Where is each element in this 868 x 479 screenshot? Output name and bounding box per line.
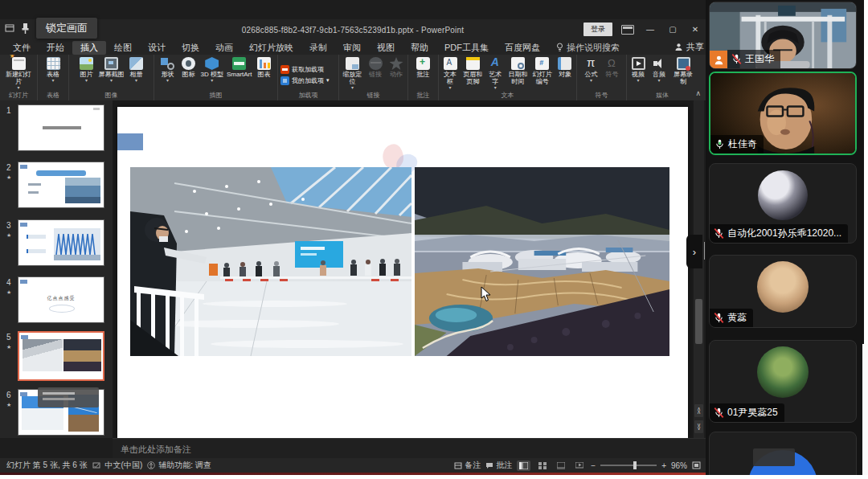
- header-footer-button[interactable]: 页眉和页脚: [461, 56, 485, 87]
- lock-screen-button[interactable]: 锁定画面: [36, 18, 97, 39]
- ice-rink-photo[interactable]: [130, 167, 411, 356]
- get-addins-button[interactable]: 获取加载项: [280, 65, 324, 74]
- tab-transitions[interactable]: 切换: [174, 41, 207, 55]
- ribbon-display-options-button[interactable]: [620, 24, 635, 35]
- slide-thumbnail-4[interactable]: 亿点点感受: [18, 276, 104, 323]
- next-slide-button[interactable]: ∨∨: [694, 420, 703, 433]
- tab-record[interactable]: 录制: [301, 41, 335, 55]
- tab-design[interactable]: 设计: [140, 41, 174, 55]
- slide-thumbnail-3[interactable]: [18, 219, 104, 266]
- my-addins-button[interactable]: 我的加载项 ▾: [280, 76, 330, 85]
- tab-review[interactable]: 审阅: [335, 41, 369, 55]
- status-bar: 幻灯片 第 5 张, 共 6 张 中文(中国) 辅助功能: 调查 备注 批注: [0, 458, 706, 473]
- canvas-scrollbar[interactable]: ∧∧ ∨∨: [694, 100, 704, 438]
- mountain-venue-photo[interactable]: [415, 167, 669, 356]
- ribbon-group-symbols: 公式▾ 符号 符号: [577, 55, 627, 100]
- tab-pdf-tools[interactable]: PDF工具集: [436, 41, 497, 55]
- comment-icon: [416, 57, 430, 70]
- notes-pane[interactable]: 单击此处添加备注: [113, 438, 706, 459]
- text-box-button[interactable]: 文本框▾: [440, 56, 461, 91]
- tab-view[interactable]: 视图: [369, 41, 403, 55]
- slide-thumbnail-5-selected[interactable]: [18, 331, 104, 381]
- collapse-ribbon-button[interactable]: ∧: [695, 89, 701, 97]
- icons-button[interactable]: 图标: [178, 56, 199, 80]
- reading-view-button[interactable]: [554, 461, 567, 471]
- slide-thumbnail-2[interactable]: [18, 162, 104, 208]
- login-button[interactable]: 登录: [583, 23, 612, 36]
- comments-toggle-button[interactable]: 批注: [485, 460, 512, 471]
- slide-blue-shape[interactable]: [117, 133, 143, 150]
- screenshot-button[interactable]: 屏幕截图▾: [97, 56, 126, 84]
- scrollbar-thumb[interactable]: [695, 299, 702, 344]
- 3d-models-button[interactable]: 3D 模型▾: [199, 56, 224, 84]
- accessibility-status[interactable]: 辅助功能: 调查: [147, 460, 211, 471]
- window-icon[interactable]: [5, 23, 14, 33]
- link-button[interactable]: 链接: [365, 56, 386, 80]
- tab-baidu-netdisk[interactable]: 百度网盘: [497, 41, 548, 55]
- pin-icon[interactable]: [20, 23, 31, 35]
- participant-video-tile[interactable]: 王国华: [709, 2, 857, 69]
- language-indicator[interactable]: 中文(中国): [105, 460, 143, 471]
- ribbon-display-icon: [621, 25, 634, 35]
- shapes-button[interactable]: 形状▾: [157, 56, 178, 84]
- object-button[interactable]: 对象: [555, 56, 575, 80]
- normal-view-button[interactable]: [517, 461, 530, 471]
- action-button[interactable]: 动作: [386, 56, 407, 80]
- slide-number-button[interactable]: 幻灯片编号: [530, 56, 555, 87]
- wordart-button[interactable]: 艺术字▾: [485, 56, 506, 91]
- close-button[interactable]: ✕: [688, 24, 702, 35]
- active-speaker-video-tile[interactable]: 杜佳奇: [709, 72, 857, 155]
- previous-slide-button[interactable]: ∧∧: [694, 404, 703, 417]
- avatar: [757, 346, 809, 398]
- icons-icon: [182, 57, 195, 70]
- tab-slideshow[interactable]: 幻灯片放映: [241, 41, 301, 55]
- participant-tile[interactable]: 01尹昊蕊25: [709, 340, 857, 423]
- slideshow-view-button[interactable]: [572, 461, 586, 471]
- slide-sorter-view-button[interactable]: [535, 461, 549, 471]
- object-icon: [558, 57, 571, 70]
- new-slide-button[interactable]: 新建幻灯片▾: [3, 56, 34, 91]
- zoom-level[interactable]: 96%: [671, 461, 687, 470]
- smartart-button[interactable]: SmartArt: [225, 56, 254, 80]
- collapse-panel-button[interactable]: ›: [686, 235, 702, 268]
- tell-me-search[interactable]: 操作说明搜索: [556, 42, 620, 54]
- slide-thumbnail-1[interactable]: [18, 104, 104, 151]
- comment-button[interactable]: 批注: [413, 56, 434, 80]
- video-button[interactable]: 视频▾: [628, 56, 649, 84]
- tab-file[interactable]: 文件: [5, 41, 39, 55]
- participant-tile[interactable]: 芯怡: [709, 432, 857, 475]
- share-button[interactable]: 共享: [674, 41, 704, 53]
- table-button[interactable]: 表格▾: [43, 56, 63, 84]
- equation-button[interactable]: 公式▾: [581, 56, 602, 84]
- restore-button[interactable]: ▢: [665, 24, 680, 35]
- tab-home[interactable]: 开始: [39, 41, 72, 55]
- audio-button[interactable]: 音频▾: [649, 56, 669, 84]
- zoom-slider[interactable]: [600, 465, 657, 466]
- muted-mic-icon: [714, 228, 724, 239]
- participant-tile[interactable]: 黄蕊: [709, 255, 857, 328]
- notes-toggle-button[interactable]: 备注: [454, 460, 481, 471]
- symbol-button[interactable]: 符号: [602, 56, 623, 80]
- new-slide-icon: [12, 57, 26, 70]
- minimize-button[interactable]: —: [643, 24, 657, 35]
- tab-insert[interactable]: 插入: [72, 41, 106, 55]
- chart-button[interactable]: 图表: [254, 56, 275, 80]
- tab-animations[interactable]: 动画: [207, 41, 241, 55]
- smartart-icon: [232, 57, 246, 70]
- slide-editing-canvas[interactable]: [113, 100, 693, 438]
- current-slide[interactable]: [117, 107, 688, 438]
- pictures-button[interactable]: 图片▾: [76, 56, 97, 84]
- zoom-slider-thumb[interactable]: [633, 461, 637, 469]
- zoom-link-button[interactable]: 缩放定位▾: [340, 56, 365, 91]
- photo-album-button[interactable]: 相册▾: [126, 56, 147, 84]
- screen-record-button[interactable]: 屏幕录制: [669, 56, 697, 87]
- participant-tile[interactable]: 自动化2001孙乐乖12020...: [709, 163, 857, 244]
- fit-slide-to-window-icon[interactable]: [692, 461, 701, 469]
- tab-draw[interactable]: 绘图: [106, 41, 140, 55]
- link-icon: [369, 57, 383, 70]
- tab-help[interactable]: 帮助: [403, 41, 436, 55]
- panel-resize-handle[interactable]: [704, 242, 706, 260]
- date-time-button[interactable]: 日期和时间: [506, 56, 530, 87]
- zoom-out-button[interactable]: −: [591, 461, 596, 470]
- zoom-in-button[interactable]: +: [661, 461, 666, 470]
